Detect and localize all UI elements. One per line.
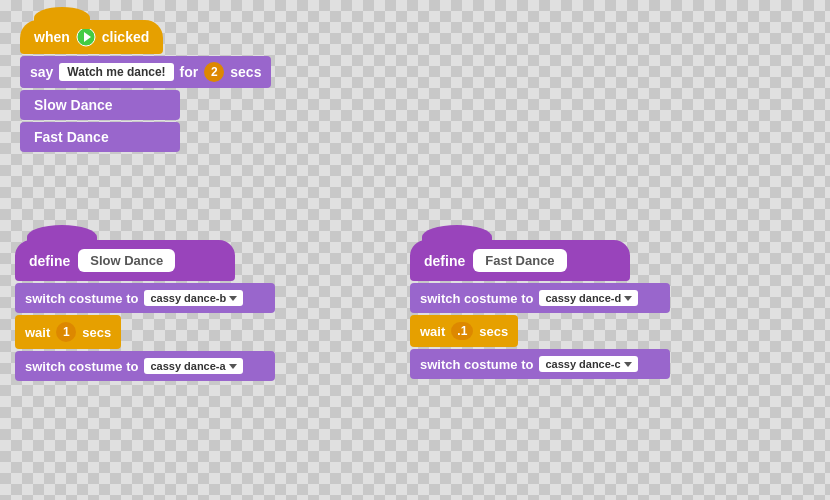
clicked-label: clicked <box>102 29 149 45</box>
flag-icon <box>76 27 96 47</box>
top-stack: when clicked say Watch me dance! for 2 s… <box>20 20 271 152</box>
dropdown-arrow-icon-3 <box>624 296 632 301</box>
right-switch-costume-2[interactable]: switch costume to cassy dance-c <box>410 349 670 379</box>
right-wait-block[interactable]: wait .1 secs <box>410 315 518 347</box>
fast-dance-call-block[interactable]: Fast Dance <box>20 122 180 152</box>
left-wait-number[interactable]: 1 <box>56 322 76 342</box>
slow-dance-call-block[interactable]: Slow Dance <box>20 90 180 120</box>
right-costume-dropdown-2[interactable]: cassy dance-c <box>539 356 637 372</box>
right-wait-number[interactable]: .1 <box>451 322 473 340</box>
for-number-input[interactable]: 2 <box>204 62 224 82</box>
secs-label: secs <box>230 64 261 80</box>
left-costume-dropdown-2[interactable]: cassy dance-a <box>144 358 242 374</box>
left-switch-costume-1[interactable]: switch costume to cassy dance-b <box>15 283 275 313</box>
say-label: say <box>30 64 53 80</box>
say-text-value: Watch me dance! <box>67 65 165 79</box>
right-costume-dropdown-1[interactable]: cassy dance-d <box>539 290 638 306</box>
left-define-stack: define Slow Dance switch costume to cass… <box>15 240 275 381</box>
right-define-stack: define Fast Dance switch costume to cass… <box>410 240 670 379</box>
when-label: when <box>34 29 70 45</box>
left-switch-costume-2[interactable]: switch costume to cassy dance-a <box>15 351 275 381</box>
when-clicked-block[interactable]: when clicked <box>20 20 163 54</box>
dropdown-arrow-icon-2 <box>229 364 237 369</box>
right-define-header: define Fast Dance <box>410 240 630 281</box>
left-costume-dropdown-1[interactable]: cassy dance-b <box>144 290 243 306</box>
dropdown-arrow-icon <box>229 296 237 301</box>
say-block[interactable]: say Watch me dance! for 2 secs <box>20 56 271 88</box>
right-define-label: Fast Dance <box>473 249 566 272</box>
say-text-input[interactable]: Watch me dance! <box>59 63 173 81</box>
right-switch-costume-1[interactable]: switch costume to cassy dance-d <box>410 283 670 313</box>
left-define-header: define Slow Dance <box>15 240 235 281</box>
for-label: for <box>180 64 199 80</box>
left-wait-block[interactable]: wait 1 secs <box>15 315 121 349</box>
left-define-label: Slow Dance <box>78 249 175 272</box>
dropdown-arrow-icon-4 <box>624 362 632 367</box>
